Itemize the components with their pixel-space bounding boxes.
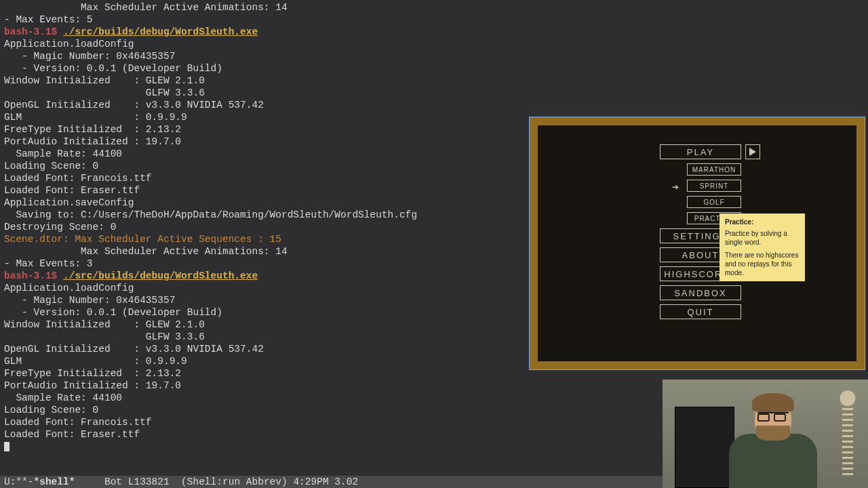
practice-tooltip: Practice: Practice by solving a single w… — [719, 214, 805, 281]
sprint-button[interactable]: SPRINT — [687, 180, 741, 192]
webcam-feed — [663, 380, 868, 488]
tooltip-title: Practice: — [725, 218, 800, 226]
skeleton-prop — [827, 384, 868, 488]
selection-arrow-icon: ➔ — [672, 181, 679, 193]
tooltip-line: There are no highscores and no replays f… — [725, 251, 800, 277]
play-button[interactable]: PLAY — [660, 144, 741, 159]
status-left: U:**- — [4, 476, 34, 487]
marathon-button[interactable]: MARATHON — [687, 163, 741, 176]
status-info: Bot L133821 (Shell:run Abbrev) 4:29PM 3.… — [75, 476, 358, 487]
streamer-person — [722, 400, 824, 488]
svg-marker-0 — [749, 148, 756, 156]
status-buffer-name: *shell* — [34, 476, 75, 487]
game-viewport: PLAY MARATHON ➔ SPRINT GOLF PRACTICE 20 … — [538, 125, 856, 361]
tooltip-line: Practice by solving a single word. — [725, 229, 800, 247]
play-replay-icon[interactable] — [745, 144, 760, 159]
golf-button[interactable]: GOLF — [687, 196, 741, 208]
quit-button[interactable]: QUIT — [660, 304, 741, 319]
sandbox-button[interactable]: SANDBOX — [660, 285, 741, 300]
game-window: PLAY MARATHON ➔ SPRINT GOLF PRACTICE 20 … — [529, 117, 865, 370]
